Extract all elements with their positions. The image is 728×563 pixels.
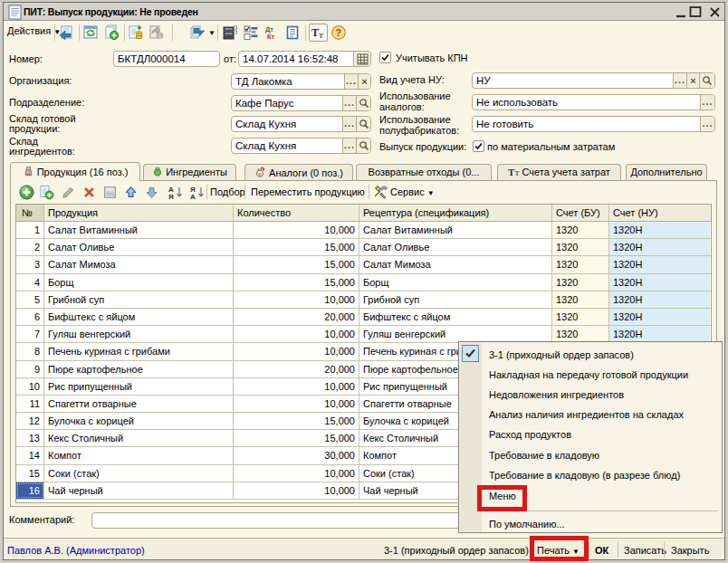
svg-text:А: А bbox=[190, 193, 196, 201]
svg-text:Я: Я bbox=[168, 193, 174, 201]
svg-text:ЕОК: ЕОК bbox=[107, 195, 114, 198]
